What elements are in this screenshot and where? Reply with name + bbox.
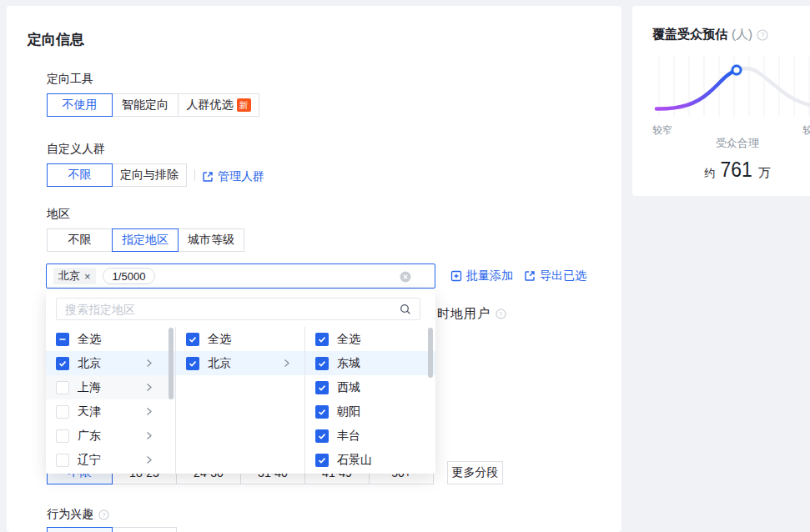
help-icon[interactable]: ? <box>757 29 768 41</box>
item-label: 朝阳 <box>337 404 360 419</box>
button-label: 更多分段 <box>452 465 499 480</box>
tab-label: 指定地区 <box>122 233 169 248</box>
audience-curve-chart <box>649 50 810 129</box>
list-item[interactable]: 广东 <box>46 424 175 448</box>
chevron-right-icon <box>282 359 291 368</box>
checkbox-checked[interactable] <box>315 333 329 346</box>
item-label: 全选 <box>78 332 101 347</box>
new-badge: 新 <box>237 98 251 112</box>
batch-add-link[interactable]: 批量添加 <box>450 269 513 284</box>
region-search-box[interactable] <box>56 298 420 320</box>
list-item[interactable]: 朝阳 <box>305 399 435 424</box>
item-label: 西城 <box>337 380 360 395</box>
curve-marker <box>732 66 741 74</box>
region-select-input[interactable]: 北京× 1/5000 <box>46 263 435 289</box>
custom-audience-tabs: 不限 定向与排除 <box>47 163 187 187</box>
list-item[interactable]: 石景山 <box>305 448 435 472</box>
list-item[interactable]: 西城 <box>305 375 435 399</box>
item-label: 全选 <box>208 332 231 347</box>
behavior-interest-tabs <box>47 527 177 532</box>
manage-audience-link[interactable]: 管理人群 <box>202 169 264 184</box>
local-user-text: 时地用户 ? <box>437 306 506 322</box>
clear-all-icon[interactable] <box>400 271 411 283</box>
link-label: 批量添加 <box>466 269 513 284</box>
selection-count: 1/5000 <box>103 268 156 284</box>
remove-tag-icon[interactable]: × <box>84 270 91 283</box>
scrollbar-province[interactable] <box>169 328 174 399</box>
selected-region-tag[interactable]: 北京× <box>53 268 96 284</box>
tab-audience-preferred[interactable]: 人群优选新 <box>178 93 259 117</box>
list-item[interactable]: 天津 <box>46 399 175 424</box>
checkbox-checked[interactable] <box>315 357 329 370</box>
checkbox-unchecked[interactable] <box>56 381 69 394</box>
region-column-district: 全选 东城 西城 朝阳 丰台 石景山 <box>305 327 435 474</box>
list-item[interactable]: 全选 <box>176 327 304 351</box>
divider <box>194 169 195 181</box>
checkbox-checked[interactable] <box>186 357 199 370</box>
tab-label: 不限 <box>68 233 92 248</box>
list-item[interactable]: 北京 <box>176 351 304 375</box>
search-icon[interactable] <box>400 304 411 315</box>
region-search-input[interactable] <box>65 303 400 316</box>
chevron-right-icon <box>144 407 153 416</box>
list-item[interactable]: 全选 <box>46 327 175 351</box>
tab-bi-custom[interactable] <box>112 527 177 532</box>
tab-bi-unlimited[interactable] <box>47 527 113 532</box>
page-title: 定向信息 <box>28 30 84 49</box>
tag-label: 北京 <box>58 269 80 284</box>
tab-label: 人群优选 <box>187 98 234 113</box>
chevron-right-icon <box>144 455 153 464</box>
scrollbar-district[interactable] <box>428 328 433 378</box>
item-label: 上海 <box>78 380 101 395</box>
estimate-title-unit: (人) <box>732 27 752 43</box>
help-icon[interactable]: ? <box>98 509 109 520</box>
amount-value: 761 <box>721 157 752 183</box>
chevron-right-icon <box>144 431 153 440</box>
checkbox-checked[interactable] <box>315 454 329 467</box>
checkbox-unchecked[interactable] <box>56 429 69 443</box>
list-item[interactable]: 全选 <box>305 327 435 351</box>
export-selected-link[interactable]: 导出已选 <box>524 269 586 284</box>
help-icon[interactable]: ? <box>496 309 506 319</box>
checkbox-unchecked[interactable] <box>56 454 69 467</box>
list-item[interactable]: 北京 <box>46 351 175 375</box>
checkbox-indeterminate[interactable] <box>56 333 69 346</box>
list-item[interactable]: 辽宁 <box>46 448 175 472</box>
tab-smart-targeting[interactable]: 智能定向 <box>112 93 179 117</box>
svg-text:?: ? <box>102 511 106 519</box>
amount-prefix: 约 <box>704 166 715 181</box>
list-item[interactable]: 上海 <box>46 375 175 399</box>
tab-no-tool[interactable]: 不使用 <box>47 93 113 117</box>
checkbox-checked[interactable] <box>315 429 329 443</box>
item-label: 北京 <box>78 356 101 371</box>
tab-label: 定向与排除 <box>120 168 179 183</box>
checkbox-checked[interactable] <box>56 357 69 370</box>
tab-city-level[interactable]: 城市等级 <box>178 228 244 252</box>
tab-unlimited-audience[interactable]: 不限 <box>47 163 113 187</box>
tab-region-unlimited[interactable]: 不限 <box>47 228 113 252</box>
checkbox-checked[interactable] <box>315 381 329 394</box>
region-column-province: 全选 北京 上海 天津 广东 辽宁 <box>46 327 176 474</box>
item-label: 辽宁 <box>78 453 101 468</box>
targeting-tool-tabs: 不使用 智能定向 人群优选新 <box>47 93 259 117</box>
item-label: 北京 <box>208 356 231 371</box>
item-label: 全选 <box>337 332 360 347</box>
checkbox-unchecked[interactable] <box>56 405 69 419</box>
checkbox-checked[interactable] <box>315 405 329 419</box>
audience-estimate-card: 覆盖受众预估 (人) ? 较窄 较宽 受众合理 约 761 万 <box>632 6 810 196</box>
more-segments-button[interactable]: 更多分段 <box>447 461 503 484</box>
link-label: 导出已选 <box>540 269 586 284</box>
svg-text:?: ? <box>761 31 765 39</box>
list-item[interactable]: 东城 <box>305 351 435 375</box>
chevron-right-icon <box>144 359 153 368</box>
tab-label: 城市等级 <box>188 233 234 248</box>
list-item[interactable]: 丰台 <box>305 424 435 448</box>
tab-target-exclude[interactable]: 定向与排除 <box>112 163 187 187</box>
region-tabs: 不限 指定地区 城市等级 <box>47 228 244 252</box>
tab-specified-region[interactable]: 指定地区 <box>112 228 179 252</box>
chevron-right-icon <box>144 383 153 392</box>
label-text: 行为兴趣 <box>47 507 93 522</box>
region-column-city: 全选 北京 <box>176 327 305 474</box>
batch-add-icon <box>450 270 462 282</box>
checkbox-checked[interactable] <box>186 333 199 346</box>
